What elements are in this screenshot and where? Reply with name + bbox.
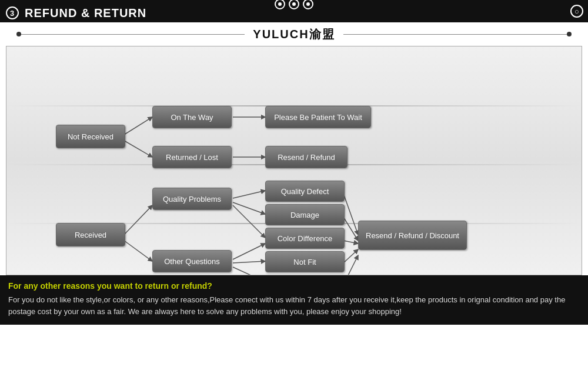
node-not-fit: Not Fit [265, 251, 345, 272]
svg-line-9 [233, 191, 265, 198]
node-on-the-way: On The Way [152, 106, 232, 128]
svg-line-11 [233, 205, 265, 238]
svg-line-18 [343, 249, 358, 263]
svg-line-3 [124, 117, 152, 135]
node-not-received: Not Received [56, 125, 125, 148]
header-icons [275, 0, 313, 9]
header-icon-1 [275, 0, 285, 9]
svg-line-13 [233, 261, 265, 263]
node-resend-refund-discount: Resend / Refund / Discount [358, 221, 467, 250]
svg-line-4 [124, 141, 152, 157]
header-icon-3 [303, 0, 313, 9]
info-area: For any other reasons you want to return… [0, 275, 588, 325]
brand-dot-left [16, 32, 21, 36]
svg-point-2 [306, 2, 310, 6]
node-damage: Damage [265, 204, 345, 225]
svg-line-8 [124, 241, 152, 261]
info-question: For any other reasons you want to return… [8, 281, 580, 291]
svg-line-12 [233, 244, 265, 259]
header-title: 3 REFUND & RETURN [6, 3, 146, 20]
node-returned-lost: Returned / Lost [152, 146, 232, 168]
svg-line-14 [233, 267, 265, 275]
svg-line-19 [343, 255, 358, 275]
header-title-text: REFUND & RETURN [25, 6, 146, 20]
diagram-container: Not Received On The Way Returned / Lost … [6, 46, 582, 275]
node-received: Received [56, 223, 125, 246]
svg-line-7 [124, 205, 152, 235]
node-other-questions: Other Questions [152, 250, 232, 272]
svg-line-17 [343, 241, 358, 244]
svg-line-16 [343, 217, 358, 241]
brand-bar: YULUCH渝盟 [0, 22, 588, 46]
svg-point-1 [292, 2, 296, 6]
node-quality-problems: Quality Problems [152, 188, 232, 210]
node-wrong-delivery: Wrong Delivery [265, 275, 345, 275]
svg-point-0 [278, 2, 282, 6]
header-icon-2 [289, 0, 299, 9]
close-icon[interactable]: ○ [570, 5, 583, 18]
node-color-difference: Color Difference [265, 228, 345, 249]
svg-line-10 [233, 202, 265, 214]
brand-name: YULUCH渝盟 [245, 26, 343, 42]
header-number: 3 [6, 6, 19, 19]
node-quality-defect: Quality Defect [265, 181, 345, 202]
node-please-wait: Please Be Patient To Wait [265, 106, 371, 128]
header: 3 REFUND & RETURN ○ [0, 0, 588, 22]
svg-line-15 [343, 194, 358, 235]
info-text: For you do not like the style,or colors,… [8, 294, 580, 318]
node-resend-refund: Resend / Refund [265, 146, 348, 168]
brand-dot-right [567, 32, 572, 36]
